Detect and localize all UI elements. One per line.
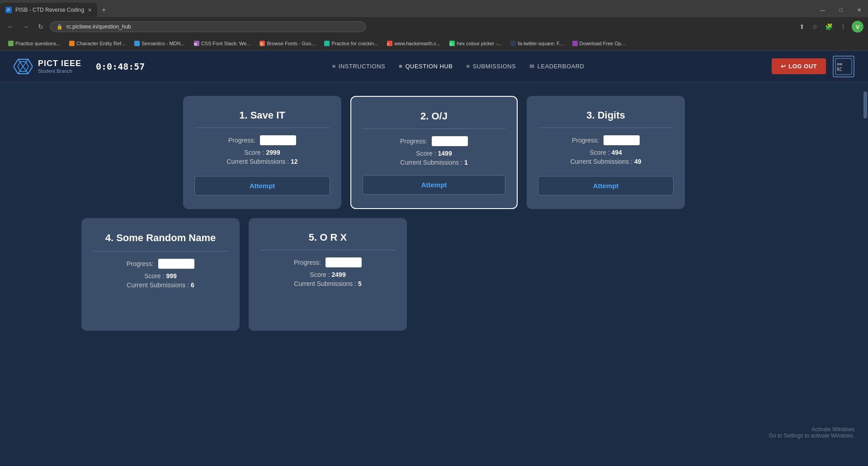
bookmarks-bar: Practice questions... Character Entity R… xyxy=(0,36,868,51)
nav-submissions[interactable]: ≡ SUBMISSIONS xyxy=(466,63,516,70)
card-2-attempt-button[interactable]: Attempt xyxy=(363,175,505,195)
back-button[interactable]: ← xyxy=(5,21,16,32)
nav-instructions[interactable]: ≡ INSTRUCTIONS xyxy=(332,63,386,70)
toolbar-icons: ⬆ ☆ 🧩 ⋮ V xyxy=(797,21,863,33)
bookmark-fa-twitter[interactable]: fa-twitter-square: F... xyxy=(507,40,566,47)
bookmark-favicon xyxy=(69,41,75,46)
bookmark-character-entity[interactable]: Character Entity Ref... xyxy=(66,40,129,47)
forward-button[interactable]: → xyxy=(20,21,32,32)
card-1-progress-row: Progress: xyxy=(194,135,330,145)
browser-chrome: P PISB - CTD Reverse Coding ✕ + — □ ✕ ← … xyxy=(0,0,868,51)
url-text: rc.pictieee.in/question_hub xyxy=(66,24,131,30)
card-2-progress-label: Progress: xyxy=(400,138,427,145)
extensions-icon[interactable]: 🧩 xyxy=(823,21,835,32)
question-hub-icon: ≡ xyxy=(399,63,402,70)
bookmark-favicon: h xyxy=(387,41,392,46)
card-1-attempt-button[interactable]: Attempt xyxy=(194,176,330,195)
card-3-submissions: Current Submissions : 49 xyxy=(570,158,641,165)
questions-row-1: 1. Save IT Progress: Score : 2999 Curren… xyxy=(54,96,814,209)
active-tab[interactable]: P PISB - CTD Reverse Coding ✕ xyxy=(0,3,97,17)
card-4-progress-bar xyxy=(158,259,194,269)
card-3-progress-row: Progress: xyxy=(538,135,674,145)
card-4-title: 4. Some Random Name xyxy=(93,232,228,252)
tab-bar: P PISB - CTD Reverse Coding ✕ + — □ ✕ xyxy=(0,0,868,17)
bookmark-favicon xyxy=(572,41,578,46)
bookmark-practice-questions[interactable]: Practice questions... xyxy=(5,40,64,47)
main-content: 1. Save IT Progress: Score : 2999 Curren… xyxy=(0,82,868,466)
card-1-score: Score : 2999 xyxy=(244,149,280,156)
close-window-button[interactable]: ✕ xyxy=(850,1,868,19)
new-tab-button[interactable]: + xyxy=(97,6,110,14)
bookmark-favicon: G xyxy=(449,41,455,46)
rc-logo: ≡≡ RC xyxy=(833,56,854,77)
bookmark-favicon xyxy=(134,41,140,46)
card-2-submissions: Current Submissions : 1 xyxy=(400,159,467,166)
tab-close-button[interactable]: ✕ xyxy=(88,7,92,13)
card-2-progress-row: Progress: xyxy=(363,136,505,146)
card-5-score: Score : 2499 xyxy=(310,271,345,278)
questions-row-2: 4. Some Random Name Progress: Score : 99… xyxy=(54,218,814,331)
pict-ieee-logo xyxy=(14,57,33,76)
question-card-5: 5. O R X Progress: Score : 2499 Current … xyxy=(249,218,407,331)
bookmark-favicon: 🎨 xyxy=(259,41,265,46)
card-2-score: Score : 1499 xyxy=(416,150,452,157)
bookmark-hackerearth[interactable]: h www.hackerearth.c... xyxy=(383,40,444,47)
nav-links: ≡ INSTRUCTIONS ≡ QUESTION HUB ≡ SUBMISSI… xyxy=(332,63,585,70)
logo-area: PICT IEEE Student Branch 0:0:48:57 xyxy=(14,57,145,76)
lock-icon: 🔒 xyxy=(57,24,63,30)
bookmark-semantics-mdn[interactable]: Semantics - MDN... xyxy=(131,40,188,47)
card-5-progress-row: Progress: xyxy=(260,257,396,267)
bookmark-hex-colour-picker[interactable]: G hex colour picker -... xyxy=(446,40,505,47)
address-bar-row: ← → ↻ 🔒 rc.pictieee.in/question_hub ⬆ ☆ … xyxy=(0,17,868,36)
question-card-4: 4. Some Random Name Progress: Score : 99… xyxy=(81,218,240,331)
card-1-progress-label: Progress: xyxy=(228,137,255,144)
logo-title: PICT IEEE xyxy=(38,59,81,68)
share-icon[interactable]: ⬆ xyxy=(797,21,807,32)
refresh-button[interactable]: ↻ xyxy=(35,21,46,32)
svg-rect-4 xyxy=(835,58,852,75)
logo-subtitle: Student Branch xyxy=(38,68,81,74)
logout-icon: ↩ xyxy=(781,63,786,70)
window-controls: — □ ✕ xyxy=(814,1,868,19)
bookmark-favicon xyxy=(510,41,516,46)
card-5-submissions: Current Submissions : 5 xyxy=(294,280,361,287)
nav-question-hub[interactable]: ≡ QUESTION HUB xyxy=(399,63,453,70)
instructions-icon: ≡ xyxy=(332,63,336,70)
minimize-button[interactable]: — xyxy=(814,1,832,19)
bookmark-practice-cracking[interactable]: Practice for crackin... xyxy=(321,40,382,47)
tab-title: PISB - CTD Reverse Coding xyxy=(15,7,84,13)
card-3-score: Score : 494 xyxy=(590,149,622,156)
nav-leaderboard[interactable]: ✉ LEADERBOARD xyxy=(529,63,584,70)
countdown-timer: 0:0:48:57 xyxy=(96,61,145,72)
card-5-title: 5. O R X xyxy=(260,232,396,250)
bookmark-download-free[interactable]: Download Free Op... xyxy=(569,40,629,47)
scrollbar[interactable] xyxy=(863,82,868,466)
bookmark-icon[interactable]: ☆ xyxy=(810,21,820,32)
card-5-progress-bar xyxy=(326,257,362,267)
card-4-score: Score : 999 xyxy=(144,272,177,280)
tab-favicon: P xyxy=(5,7,12,13)
svg-text:≡≡: ≡≡ xyxy=(837,62,842,67)
bookmark-favicon xyxy=(8,41,14,46)
address-bar[interactable]: 🔒 rc.pictieee.in/question_hub xyxy=(50,21,366,32)
profile-avatar[interactable]: V xyxy=(852,21,863,33)
menu-icon[interactable]: ⋮ xyxy=(838,21,848,32)
question-card-2: 2. O/J Progress: Score : 1499 Current Su… xyxy=(350,96,518,209)
card-1-progress-bar xyxy=(260,135,296,145)
bookmark-browse-fonts[interactable]: 🎨 Browse Fonts - Goo... xyxy=(256,40,319,47)
card-4-progress-row: Progress: xyxy=(93,259,228,269)
scrollbar-thumb[interactable] xyxy=(863,91,867,119)
card-2-title: 2. O/J xyxy=(363,110,505,129)
maximize-button[interactable]: □ xyxy=(832,1,850,19)
card-3-progress-label: Progress: xyxy=(572,137,599,144)
card-3-progress-bar xyxy=(604,135,640,145)
card-1-submissions: Current Submissions : 12 xyxy=(226,158,297,165)
card-2-progress-bar xyxy=(432,136,468,146)
logout-button[interactable]: ↩ LOG OUT xyxy=(772,58,826,74)
submissions-icon: ≡ xyxy=(466,63,470,70)
bookmark-favicon xyxy=(324,41,330,46)
svg-text:RC: RC xyxy=(837,67,842,72)
bookmark-css-font-stack[interactable]: W CSS Font Stack: We... xyxy=(190,40,255,47)
leaderboard-icon: ✉ xyxy=(529,63,535,70)
card-3-attempt-button[interactable]: Attempt xyxy=(538,176,674,195)
